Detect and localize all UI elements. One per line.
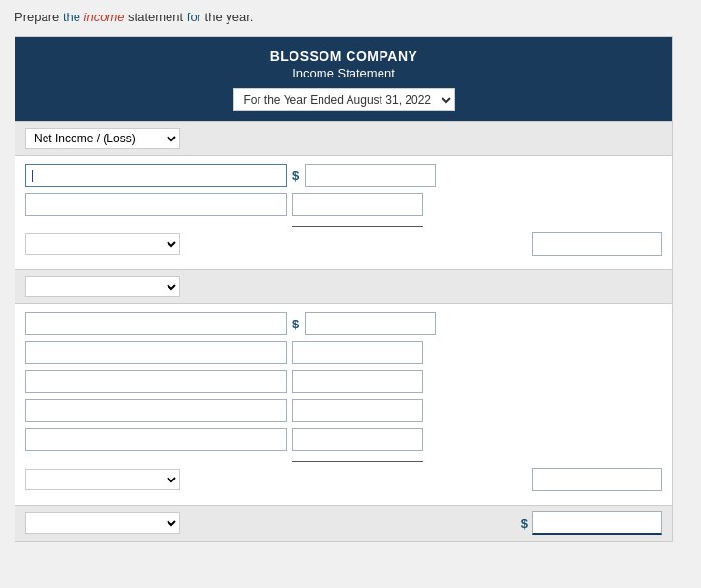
section1-amount-input-2[interactable] — [292, 193, 423, 216]
section2-amount-input-4[interactable] — [292, 399, 423, 422]
section2-amount-input-5[interactable] — [292, 428, 423, 451]
instruction-text: Prepare the income statement for the yea… — [15, 10, 686, 24]
bottom-total-input[interactable] — [532, 511, 662, 535]
section2-label-input-1[interactable] — [25, 312, 287, 335]
period-dropdown[interactable]: For the Year Ended August 31, 2022 — [233, 88, 455, 111]
section1-label-input-1[interactable] — [25, 164, 287, 187]
section2-label-input-5[interactable] — [25, 428, 287, 451]
section1-total-input[interactable] — [532, 232, 662, 256]
statement-header: BLOSSOM COMPANY Income Statement For the… — [15, 37, 672, 121]
section2-label-input-3[interactable] — [25, 370, 287, 393]
section2-amount-input-3[interactable] — [292, 370, 423, 393]
section1-amount-input-1[interactable] — [305, 164, 436, 187]
bottom-bar: $ — [15, 505, 672, 541]
section1-label-input-2[interactable] — [25, 193, 287, 216]
section2-row4 — [25, 399, 662, 422]
company-name: BLOSSOM COMPANY — [25, 48, 662, 64]
section2-total-input[interactable] — [532, 468, 662, 491]
section2-row5 — [25, 428, 662, 451]
section1-row1: $ — [25, 164, 662, 187]
section1-sub-dropdown[interactable] — [25, 233, 180, 255]
dollar-sign-2: $ — [292, 317, 299, 331]
section2-total-row — [25, 468, 662, 491]
bottom-dollar-sign: $ — [521, 516, 528, 531]
section1-dropdown[interactable]: Net Income / (Loss) — [25, 128, 180, 149]
section1-header: Net Income / (Loss) — [15, 121, 672, 156]
section2-dropdown[interactable] — [25, 276, 180, 297]
section1-row2 — [25, 193, 662, 216]
section2-label-input-2[interactable] — [25, 341, 287, 364]
section2-sub-dropdown[interactable] — [25, 469, 180, 490]
section2-row3 — [25, 370, 662, 393]
section2-header — [15, 269, 672, 304]
statement-title: Income Statement — [25, 66, 662, 80]
section2-amount-input-2[interactable] — [292, 341, 423, 364]
income-statement-card: BLOSSOM COMPANY Income Statement For the… — [15, 36, 673, 542]
section2-form: $ — [15, 304, 672, 505]
bottom-dropdown[interactable] — [25, 512, 180, 534]
section2-row2 — [25, 341, 662, 364]
section2-amount-input-1[interactable] — [305, 312, 436, 335]
section2-label-input-4[interactable] — [25, 399, 287, 422]
section1-row3 — [25, 232, 662, 256]
dollar-sign-1: $ — [292, 169, 299, 183]
section2-row1: $ — [25, 312, 662, 335]
section1-form: $ — [15, 156, 672, 269]
